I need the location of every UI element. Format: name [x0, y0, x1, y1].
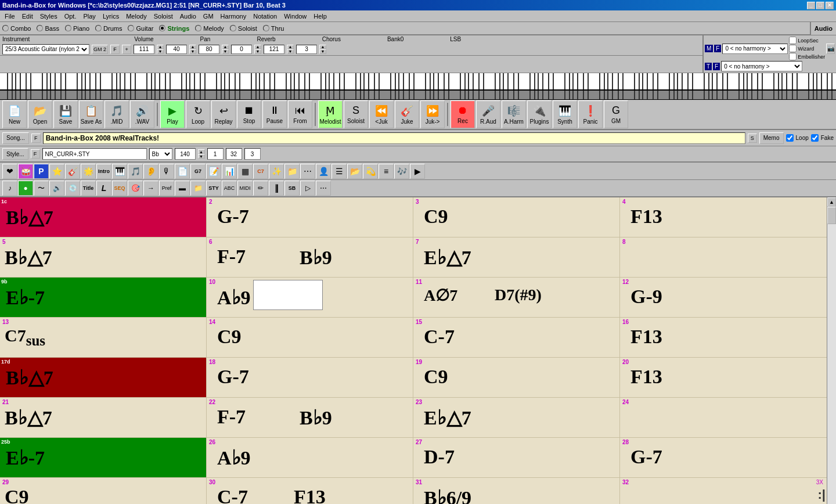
icon3-target[interactable]: 🎯: [128, 181, 143, 196]
volume-spinner[interactable]: ▲ ▼: [157, 45, 164, 54]
harmony-dropdown-2[interactable]: 0 < no harmony >: [721, 61, 802, 71]
menu-notation[interactable]: Notation: [250, 12, 280, 21]
icon-mic[interactable]: 🎙: [159, 164, 174, 179]
mid-button[interactable]: 🎵 .MID: [105, 100, 129, 128]
icon-g7[interactable]: G7: [190, 164, 206, 179]
icon-sparkle[interactable]: 💫: [363, 164, 378, 179]
bar-cell-18[interactable]: 18 G-7: [207, 358, 413, 397]
harmony-dropdown-1[interactable]: 0 < no harmony >: [722, 44, 788, 54]
bank0-up[interactable]: ▲: [287, 45, 294, 49]
stop-button[interactable]: ⏹ Stop: [237, 100, 261, 128]
bar-cell-23[interactable]: 23 E♭△7: [413, 398, 620, 437]
pan-input[interactable]: [166, 45, 187, 54]
close-button[interactable]: ✕: [826, 2, 834, 9]
fake-checkbox[interactable]: [811, 134, 819, 142]
wizard-check[interactable]: [789, 45, 797, 52]
menu-soloist[interactable]: Soloist: [150, 12, 176, 21]
menu-harmony[interactable]: Harmony: [217, 12, 250, 21]
icon3-disk[interactable]: 💿: [65, 181, 80, 196]
icon3-title[interactable]: Title: [81, 181, 96, 196]
f-button[interactable]: F: [110, 45, 120, 54]
reverb-spinner[interactable]: ▲ ▼: [222, 45, 229, 54]
radio-thru[interactable]: Thru: [263, 25, 284, 32]
save-as-button[interactable]: 📋 Save As: [79, 100, 103, 128]
loop-checkbox[interactable]: [786, 134, 794, 142]
icon-star2[interactable]: 🌟: [81, 164, 96, 179]
bar-cell-13[interactable]: 13 C7sus: [0, 318, 207, 357]
icon3-folder3[interactable]: 📁: [190, 181, 206, 196]
bar-cell-10[interactable]: 10 A♭9: [207, 278, 413, 317]
icon-p[interactable]: P: [34, 164, 49, 179]
bars-end-input[interactable]: [226, 148, 242, 160]
bar-cell-28[interactable]: 28 G-7: [620, 438, 827, 477]
pan-spinner[interactable]: ▲ ▼: [189, 45, 196, 54]
icon-music[interactable]: 🎶: [394, 164, 409, 179]
menu-audio[interactable]: Audio: [176, 12, 200, 21]
scroll-thumb[interactable]: [827, 207, 836, 224]
bar-cell-20[interactable]: 20 F13: [620, 358, 827, 397]
lsb-down[interactable]: ▼: [319, 49, 326, 54]
chorus-up[interactable]: ▲: [254, 45, 261, 49]
bar-cell-25b[interactable]: 25b E♭-7: [0, 438, 207, 477]
bar-cell-15[interactable]: 15 C-7: [413, 318, 620, 357]
icon3-green[interactable]: ●: [18, 181, 33, 196]
icon3-abc[interactable]: ABC: [222, 181, 237, 196]
menu-window[interactable]: Window: [280, 12, 310, 21]
wav-button[interactable]: 🔊 .WAV: [130, 100, 154, 128]
icon-doc[interactable]: 📝: [206, 164, 221, 179]
icon-note[interactable]: 🎵: [128, 164, 143, 179]
radio-drums[interactable]: Drums: [95, 25, 122, 32]
plugins-button[interactable]: 🔌 Plugins: [527, 100, 552, 128]
maximize-button[interactable]: □: [816, 2, 824, 9]
bar-cell-32[interactable]: 32 3X :|: [620, 478, 827, 504]
radio-strings[interactable]: Strings: [159, 25, 189, 32]
radio-circle-strings[interactable]: [159, 25, 165, 31]
icon-star1[interactable]: ⭐: [49, 164, 64, 179]
bar-cell-2[interactable]: 2 G-7: [207, 197, 413, 237]
open-button[interactable]: 📂 Open: [28, 100, 52, 128]
radio-circle-bass[interactable]: [37, 25, 43, 31]
bar-cell-26[interactable]: 26 A♭9: [207, 438, 413, 477]
radio-circle-piano[interactable]: [65, 25, 71, 31]
icon-person[interactable]: 👤: [316, 164, 331, 179]
pause-button[interactable]: ⏸ Pause: [262, 100, 287, 128]
radio-soloist[interactable]: Soloist: [230, 25, 257, 32]
icon3-right2[interactable]: ▷: [300, 181, 315, 196]
radio-circle-guitar[interactable]: [128, 25, 134, 31]
icon3-pref[interactable]: Pref: [159, 181, 174, 196]
icon-c7[interactable]: C7: [253, 164, 268, 179]
menu-styles[interactable]: Styles: [37, 12, 61, 21]
chorus-input[interactable]: [231, 45, 252, 54]
bar-cell-7[interactable]: 7 E♭△7: [413, 237, 620, 277]
bar-cell-11[interactable]: 11 A∅7 D7(#9): [413, 278, 620, 317]
radio-circle-combo[interactable]: [2, 25, 9, 31]
volume-up[interactable]: ▲: [157, 45, 164, 49]
bar-cell-4[interactable]: 4 F13: [620, 197, 827, 237]
style-file-input[interactable]: [42, 148, 147, 160]
icon3-eighth[interactable]: ♪: [2, 181, 17, 196]
icon3-seq[interactable]: SEQ: [112, 181, 127, 196]
icon3-l[interactable]: L: [96, 181, 111, 196]
icon3-bars2[interactable]: ▬: [175, 181, 190, 196]
radio-guitar[interactable]: Guitar: [128, 25, 153, 32]
bars-3-input[interactable]: [244, 148, 261, 160]
memo-button[interactable]: Memo: [759, 132, 784, 144]
bank0-down[interactable]: ▼: [287, 49, 294, 54]
s-button[interactable]: S: [748, 134, 757, 143]
replay-button[interactable]: ↩ Replay: [211, 100, 236, 128]
icon-sheet[interactable]: 📄: [175, 164, 190, 179]
bar-cell-24[interactable]: 24: [620, 398, 827, 437]
tempo-input[interactable]: [175, 148, 196, 160]
new-button[interactable]: 📄 New: [2, 100, 27, 128]
lsb-spinner[interactable]: ▲ ▼: [319, 45, 326, 54]
icon3-sb[interactable]: SB: [284, 181, 300, 196]
menu-gm[interactable]: GM: [200, 12, 217, 21]
menu-help[interactable]: Help: [310, 12, 330, 21]
bars-start-input[interactable]: [207, 148, 224, 160]
bank0-input[interactable]: [264, 45, 284, 54]
icon-guitar[interactable]: 🎸: [65, 164, 80, 179]
icon3-more[interactable]: ⋯: [316, 181, 331, 196]
menu-melody[interactable]: Melody: [122, 12, 150, 21]
icon3-arrow[interactable]: →: [143, 181, 158, 196]
juk-next-button[interactable]: ⏩ Juk->: [420, 100, 445, 128]
